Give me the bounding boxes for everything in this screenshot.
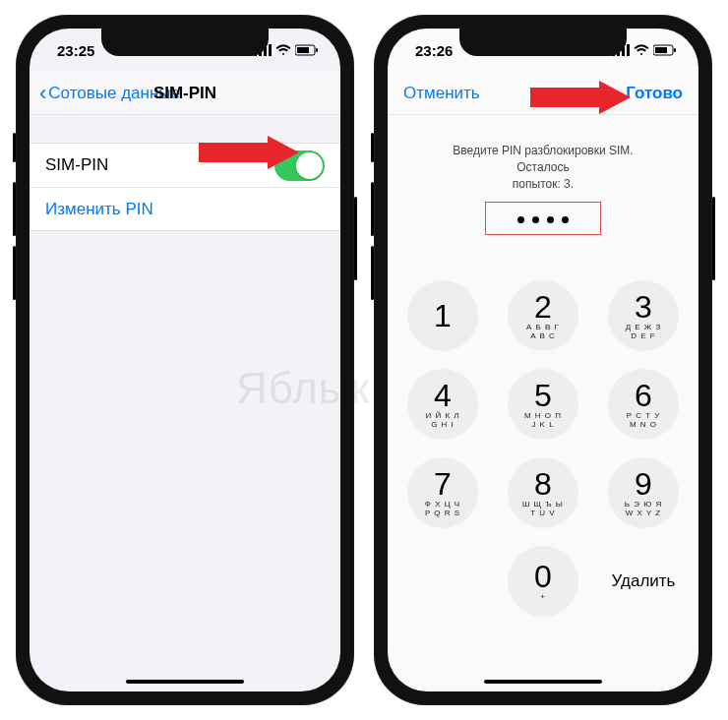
status-time: 23:25 <box>57 42 94 59</box>
key-5[interactable]: 5М Н О П J K L <box>508 369 578 440</box>
svg-rect-13 <box>655 47 667 53</box>
delete-button[interactable]: Удалить <box>608 546 679 617</box>
svg-rect-11 <box>627 44 630 56</box>
key-0[interactable]: 0+ <box>508 546 578 617</box>
row-label: Изменить PIN <box>45 200 153 219</box>
annotation-arrow <box>530 81 631 114</box>
pin-entry-field <box>485 202 601 235</box>
svg-rect-6 <box>316 48 318 52</box>
key-4[interactable]: 4И Й К Л G H I <box>407 369 478 440</box>
svg-rect-5 <box>297 47 309 53</box>
home-indicator[interactable] <box>484 680 602 684</box>
key-7[interactable]: 7Ф Х Ц Ч P Q R S <box>407 457 478 528</box>
key-8[interactable]: 8Ш Щ Ъ Ы T U V <box>508 457 578 528</box>
chevron-left-icon: ‹ <box>39 81 46 106</box>
row-change-pin[interactable]: Изменить PIN <box>30 187 340 230</box>
page-title: SIM-PIN <box>153 84 216 103</box>
wifi-icon <box>275 44 291 56</box>
cancel-button[interactable]: Отменить <box>397 84 480 103</box>
notch <box>459 29 627 56</box>
phone-left: 23:25 ‹ Сотовые данные SIM-PIN SIM-PIN <box>16 15 354 705</box>
key-1[interactable]: 1 <box>407 280 478 351</box>
row-label: SIM-PIN <box>45 155 108 175</box>
key-9[interactable]: 9Ь Э Ю Я W X Y Z <box>608 457 679 528</box>
key-6[interactable]: 6Р С Т У M N O <box>608 369 679 440</box>
key-2[interactable]: 2А Б В Г A B C <box>508 280 578 351</box>
status-time: 23:26 <box>415 42 453 59</box>
svg-rect-3 <box>269 44 272 56</box>
nav-bar: ‹ Сотовые данные SIM-PIN <box>30 72 340 115</box>
battery-icon <box>653 44 677 56</box>
battery-icon <box>295 44 319 56</box>
annotation-arrow <box>199 136 299 169</box>
pin-instruction: Введите PIN разблокировки SIM. Осталось … <box>388 115 698 202</box>
svg-marker-7 <box>199 136 299 169</box>
done-button[interactable]: Готово <box>626 84 689 103</box>
keypad: 1 2А Б В Г A B C 3Д Е Ж З D E F 4И Й К Л… <box>388 280 698 617</box>
key-3[interactable]: 3Д Е Ж З D E F <box>608 280 679 351</box>
phone-right: 23:26 Отменить Готово Введите PIN разбло… <box>374 15 712 705</box>
wifi-icon <box>634 44 649 56</box>
home-indicator[interactable] <box>126 680 244 684</box>
key-blank <box>407 546 478 617</box>
svg-marker-15 <box>530 81 631 114</box>
notch <box>101 29 269 56</box>
svg-rect-14 <box>674 48 676 52</box>
